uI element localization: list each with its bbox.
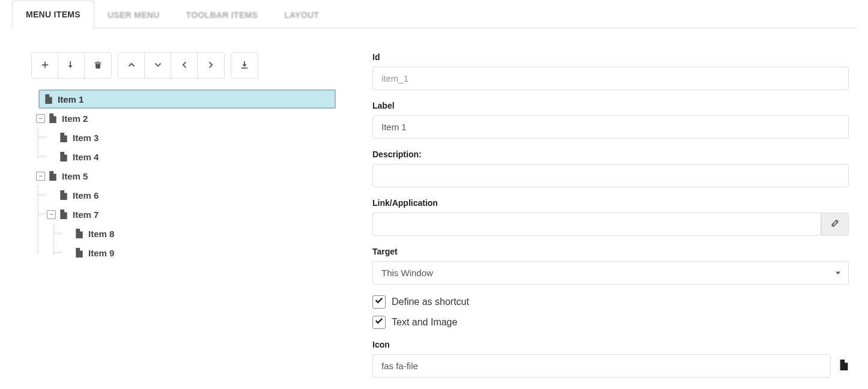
shortcut-checkbox[interactable] <box>372 295 386 309</box>
tree-item[interactable]: Item 3 <box>47 128 348 147</box>
tab-layout[interactable]: LAYOUT <box>271 2 332 28</box>
link-picker-button[interactable] <box>821 213 849 236</box>
arrow-down-right-icon <box>67 61 76 71</box>
collapse-toggle[interactable]: − <box>47 210 56 219</box>
outdent-button[interactable] <box>171 53 198 78</box>
tree-item[interactable]: − Item 7 <box>47 205 348 224</box>
tree-item-label: Item 6 <box>73 190 99 201</box>
plus-icon <box>41 61 49 71</box>
id-label: Id <box>372 52 849 62</box>
textimage-checkbox[interactable] <box>372 316 386 329</box>
tree-item[interactable]: Item 8 <box>62 224 348 243</box>
download-icon <box>240 61 249 71</box>
description-field[interactable] <box>372 164 849 187</box>
file-icon <box>59 190 68 200</box>
file-icon <box>44 94 53 104</box>
icon-preview <box>839 360 849 372</box>
tree-item-label: Item 4 <box>73 152 99 162</box>
tree-item[interactable]: − Item 5 <box>31 166 348 185</box>
description-label: Description: <box>372 149 849 159</box>
tree-item[interactable]: Item 6 <box>47 185 348 205</box>
tabs: MENU ITEMS USER MENU TOOLBAR ITEMS LAYOU… <box>12 0 856 28</box>
chevron-down-icon <box>154 61 162 71</box>
chevron-right-icon <box>207 61 215 71</box>
delete-button[interactable] <box>85 53 111 78</box>
link-field[interactable] <box>372 213 821 236</box>
tree-toolbar <box>31 52 348 79</box>
collapse-toggle[interactable]: − <box>36 114 45 123</box>
file-icon <box>75 229 83 238</box>
file-icon <box>839 363 849 372</box>
tab-user-menu[interactable]: USER MENU <box>94 2 173 28</box>
tree-item-label: Item 5 <box>62 171 88 181</box>
label-label: Label <box>372 101 849 110</box>
file-icon <box>59 210 68 219</box>
tree-item[interactable]: Item 4 <box>47 147 348 166</box>
file-icon <box>59 152 68 161</box>
file-icon <box>59 133 68 142</box>
trash-icon <box>94 61 102 71</box>
menu-tree: Item 1 − Item 2 <box>31 89 348 262</box>
link-icon <box>830 219 840 230</box>
tree-item-label: Item 8 <box>88 229 114 239</box>
icon-label: Icon <box>372 340 849 349</box>
check-icon <box>375 317 383 328</box>
label-field[interactable] <box>372 115 849 139</box>
tree-item-label: Item 1 <box>58 94 83 104</box>
tree-item-label: Item 9 <box>88 248 114 258</box>
check-icon <box>375 297 383 307</box>
tree-item[interactable]: Item 9 <box>62 243 348 262</box>
tree-item-label: Item 3 <box>73 133 99 143</box>
collapse-toggle[interactable]: − <box>36 172 45 181</box>
tab-menu-items[interactable]: MENU ITEMS <box>12 1 94 28</box>
tree-item[interactable]: − Item 2 <box>31 109 348 128</box>
file-icon <box>49 113 57 123</box>
tab-toolbar-items[interactable]: TOOLBAR ITEMS <box>173 2 272 28</box>
indent-button[interactable] <box>198 53 224 78</box>
tree-item[interactable]: Item 1 <box>38 89 336 109</box>
tree-item-label: Item 2 <box>62 113 88 124</box>
link-label: Link/Application <box>372 198 849 208</box>
tree-item-label: Item 7 <box>73 210 99 220</box>
target-label: Target <box>372 247 849 256</box>
id-field[interactable] <box>372 67 849 90</box>
import-button[interactable] <box>231 53 258 78</box>
shortcut-label: Define as shortcut <box>392 297 469 307</box>
add-child-button[interactable] <box>58 53 85 78</box>
file-icon <box>49 171 57 181</box>
target-select[interactable] <box>372 261 849 285</box>
icon-field[interactable] <box>372 354 831 378</box>
move-down-button[interactable] <box>145 53 171 78</box>
textimage-label: Text and Image <box>392 317 457 328</box>
file-icon <box>75 248 83 258</box>
add-button[interactable] <box>32 53 58 78</box>
chevron-up-icon <box>127 61 136 71</box>
chevron-left-icon <box>180 61 189 71</box>
move-up-button[interactable] <box>118 53 145 78</box>
